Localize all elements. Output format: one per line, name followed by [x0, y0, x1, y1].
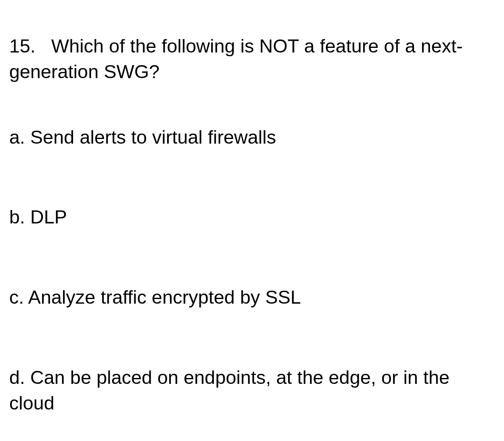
question-block: 15. Which of the following is NOT a feat… — [9, 34, 495, 85]
answer-option-c[interactable]: c. Analyze traffic encrypted by SSL — [9, 285, 495, 310]
answer-option-d[interactable]: d. Can be placed on endpoints, at the ed… — [9, 365, 495, 416]
option-text: DLP — [30, 206, 67, 228]
answer-option-b[interactable]: b. DLP — [9, 205, 495, 230]
option-letter: d. — [9, 367, 25, 388]
option-letter: b. — [9, 206, 25, 228]
option-letter: c. — [9, 286, 24, 308]
option-text: Analyze traffic encrypted by SSL — [28, 286, 301, 308]
option-text: Send alerts to virtual firewalls — [30, 126, 276, 148]
answer-option-a[interactable]: a. Send alerts to virtual firewalls — [9, 125, 495, 150]
question-text: Which of the following is NOT a feature … — [9, 35, 463, 82]
option-text: Can be placed on endpoints, at the edge,… — [9, 367, 449, 414]
option-letter: a. — [9, 126, 25, 148]
question-number: 15. — [9, 35, 36, 57]
